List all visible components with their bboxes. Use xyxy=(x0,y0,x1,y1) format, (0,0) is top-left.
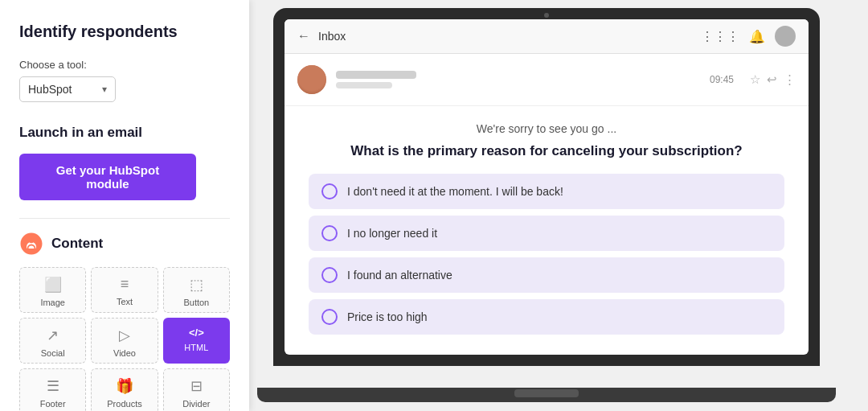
back-arrow-icon[interactable]: ← xyxy=(297,29,310,43)
content-item-html[interactable]: </> HTML xyxy=(163,318,230,364)
footer-label: Footer xyxy=(40,399,66,409)
products-icon: 🎁 xyxy=(116,377,133,395)
sorry-text: We're sorry to see you go ... xyxy=(309,122,784,135)
image-icon: ⬜ xyxy=(44,276,62,294)
sender-avatar xyxy=(297,65,326,94)
option-item-2[interactable]: I no longer need it xyxy=(309,216,784,251)
hubspot-icon xyxy=(19,232,43,256)
panel-title: Identify respondents xyxy=(19,23,230,41)
video-icon: ▷ xyxy=(119,327,130,344)
inbox-label: Inbox xyxy=(318,30,346,43)
tool-select-value: HubSpot xyxy=(28,83,72,96)
footer-icon: ☰ xyxy=(47,377,59,395)
content-section: Content ⬜ Image ≡ Text ⬚ Button ↗ Social… xyxy=(19,218,230,411)
tool-select-dropdown[interactable]: HubSpot ▾ xyxy=(19,76,116,102)
left-panel: Identify respondents Choose a tool: HubS… xyxy=(0,0,249,411)
divider-icon: ⊟ xyxy=(190,377,203,395)
reply-icon[interactable]: ↩ xyxy=(767,72,777,87)
email-toolbar: ← Inbox ⋮⋮⋮ 🔔 xyxy=(285,19,809,54)
star-icon[interactable]: ☆ xyxy=(750,72,760,87)
option-item-1[interactable]: I don't need it at the moment. I will be… xyxy=(309,174,784,209)
html-icon: </> xyxy=(189,327,204,339)
camera-dot xyxy=(544,13,549,18)
content-item-image[interactable]: ⬜ Image xyxy=(19,267,86,313)
email-actions: ☆ ↩ ⋮ xyxy=(750,72,796,87)
button-icon: ⬚ xyxy=(190,276,203,294)
content-item-button[interactable]: ⬚ Button xyxy=(163,267,230,313)
option-radio-3 xyxy=(321,267,338,283)
content-section-label: Content xyxy=(51,236,103,252)
option-text-3: I found an alternative xyxy=(347,269,452,282)
option-text-4: Price is too high xyxy=(347,310,428,323)
more-icon[interactable]: ⋮ xyxy=(784,72,796,87)
option-text-1: I don't need it at the moment. I will be… xyxy=(347,185,563,198)
video-label: Video xyxy=(113,348,136,358)
get-module-button[interactable]: Get your HubSpot module xyxy=(19,154,196,200)
text-icon: ≡ xyxy=(121,276,129,293)
text-label: Text xyxy=(117,297,133,306)
laptop-screen: ← Inbox ⋮⋮⋮ 🔔 xyxy=(285,19,809,355)
user-avatar[interactable] xyxy=(775,26,796,47)
products-label: Products xyxy=(107,399,141,409)
laptop-container: ← Inbox ⋮⋮⋮ 🔔 xyxy=(273,8,836,402)
social-icon: ↗ xyxy=(47,327,59,344)
option-radio-1 xyxy=(321,183,338,199)
sender-name-placeholder xyxy=(336,71,416,79)
grid-icon[interactable]: ⋮⋮⋮ xyxy=(701,29,739,44)
choose-tool-label: Choose a tool: xyxy=(19,59,230,71)
toolbar-icons: ⋮⋮⋮ 🔔 xyxy=(701,26,796,47)
email-meta xyxy=(336,71,700,88)
launch-label: Launch in an email xyxy=(19,125,230,141)
content-item-products[interactable]: 🎁 Products xyxy=(91,368,158,411)
html-label: HTML xyxy=(184,343,208,352)
email-header: 09:45 ☆ ↩ ⋮ xyxy=(285,54,809,106)
option-radio-2 xyxy=(321,225,338,241)
subject-placeholder xyxy=(336,82,392,88)
divider-label: Divider xyxy=(182,399,210,409)
content-item-video[interactable]: ▷ Video xyxy=(91,318,158,364)
image-label: Image xyxy=(40,298,65,307)
option-radio-4 xyxy=(321,309,338,325)
laptop-body: ← Inbox ⋮⋮⋮ 🔔 xyxy=(273,8,820,366)
option-item-4[interactable]: Price is too high xyxy=(309,299,784,335)
email-time: 09:45 xyxy=(710,74,734,85)
option-text-2: I no longer need it xyxy=(347,227,437,240)
option-item-3[interactable]: I found an alternative xyxy=(309,257,784,293)
laptop-base xyxy=(257,388,836,402)
content-item-divider[interactable]: ⊟ Divider xyxy=(163,368,230,411)
bell-icon[interactable]: 🔔 xyxy=(749,29,765,44)
question-text: What is the primary reason for canceling… xyxy=(309,143,784,159)
email-body: We're sorry to see you go ... What is th… xyxy=(285,106,809,355)
content-item-social[interactable]: ↗ Social xyxy=(19,318,86,364)
chevron-down-icon: ▾ xyxy=(102,84,107,95)
button-label: Button xyxy=(183,298,209,307)
content-item-text[interactable]: ≡ Text xyxy=(91,267,158,313)
svg-point-0 xyxy=(29,238,34,243)
content-grid: ⬜ Image ≡ Text ⬚ Button ↗ Social ▷ Video… xyxy=(19,267,230,411)
content-header: Content xyxy=(19,232,230,256)
email-ui: ← Inbox ⋮⋮⋮ 🔔 xyxy=(285,19,809,355)
social-label: Social xyxy=(41,348,65,358)
content-item-footer[interactable]: ☰ Footer xyxy=(19,368,86,411)
toolbar-left: ← Inbox xyxy=(297,29,346,43)
option-list: I don't need it at the moment. I will be… xyxy=(309,174,784,335)
